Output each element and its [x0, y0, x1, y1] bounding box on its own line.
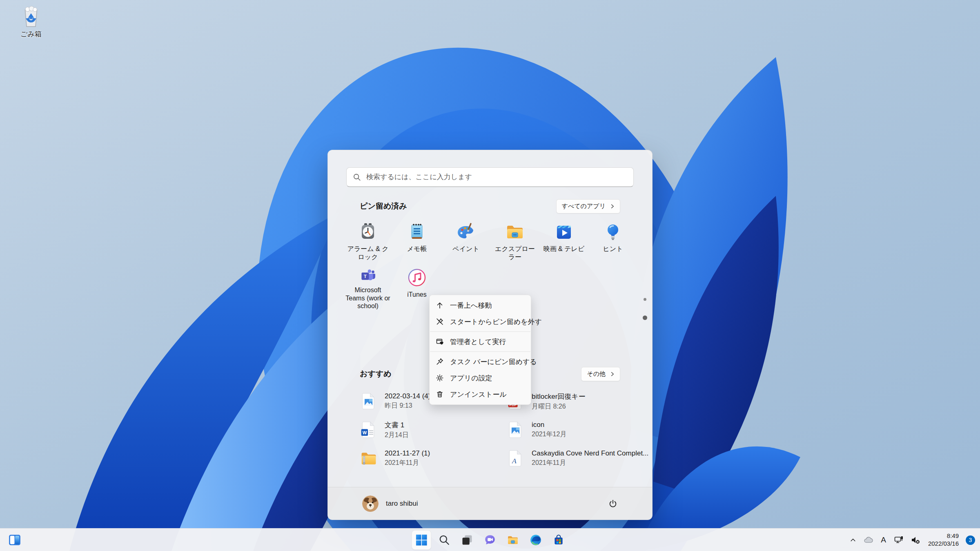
movies-tv-icon	[554, 222, 574, 242]
onedrive-cloud-icon	[863, 536, 873, 544]
all-apps-button[interactable]: すべてのアプリ	[556, 199, 620, 213]
taskbar: A 8:49 2022/03/16 3	[0, 528, 980, 551]
pinned-app-notepad[interactable]: メモ帳	[392, 219, 441, 264]
teams-icon: T	[358, 268, 378, 283]
user-avatar	[362, 495, 379, 512]
image-file-icon	[360, 392, 378, 410]
tips-icon	[603, 222, 623, 242]
task-view-button[interactable]	[457, 530, 477, 550]
start-button[interactable]	[412, 530, 431, 550]
taskbar-search-button[interactable]	[434, 530, 454, 550]
page-dot-active[interactable]	[643, 315, 647, 320]
page-dot[interactable]	[644, 298, 646, 301]
file-explorer-icon	[507, 534, 519, 546]
word-file-icon: W	[360, 421, 378, 439]
svg-text:T: T	[364, 273, 367, 279]
pinned-title: ピン留め済み	[360, 201, 407, 211]
desktop: { "desktop": { "recycle_bin_label": "ごみ箱…	[0, 0, 980, 551]
recycle-bin-label: ごみ箱	[11, 29, 51, 39]
user-name: taro shibui	[386, 500, 418, 508]
network-icon	[894, 535, 904, 544]
network-tray-button[interactable]	[892, 533, 905, 547]
taskbar-explorer-button[interactable]	[503, 530, 523, 550]
context-menu-item-pin-to-taskbar[interactable]: タスク バーにピン留めする	[432, 353, 529, 370]
clock-time: 8:49	[928, 532, 959, 540]
volume-muted-icon	[911, 535, 920, 544]
alarms-clock-icon	[358, 222, 378, 242]
task-view-icon	[461, 534, 473, 546]
run-as-admin-shield-icon	[436, 338, 444, 346]
chevron-right-icon	[610, 372, 615, 376]
pinned-section-header: ピン留め済み すべてのアプリ	[360, 200, 620, 212]
notification-count-badge[interactable]: 3	[966, 535, 975, 545]
power-button[interactable]	[604, 495, 622, 513]
svg-text:A: A	[512, 457, 517, 465]
paint-icon	[456, 222, 476, 242]
context-menu-item-run-as-admin[interactable]: 管理者として実行	[432, 333, 529, 350]
pin-icon	[436, 358, 444, 366]
context-menu-item-app-settings[interactable]: アプリの設定	[432, 370, 529, 386]
tray-overflow-button[interactable]	[848, 534, 858, 546]
power-icon	[608, 499, 617, 508]
chevron-right-icon	[610, 204, 615, 209]
chevron-up-icon	[850, 537, 856, 543]
image-file-icon	[507, 421, 525, 439]
context-menu-item-unpin-from-start[interactable]: スタートからピン留めを外す	[432, 313, 529, 330]
ime-mode-indicator[interactable]: A	[878, 534, 889, 546]
recommended-item[interactable]: 2021-11-27 (1) 2021年11月	[356, 444, 503, 473]
user-account-button[interactable]: taro shibui	[358, 493, 422, 514]
clock-date: 2022/03/16	[928, 540, 959, 548]
trash-icon	[436, 390, 444, 398]
pinned-app-explorer[interactable]: エクスプローラー	[490, 219, 539, 264]
search-icon	[352, 173, 361, 182]
svg-text:W: W	[363, 430, 367, 435]
recycle-bin-desktop-icon[interactable]: ごみ箱	[11, 5, 51, 39]
widgets-icon	[8, 534, 21, 546]
onedrive-tray-button[interactable]	[862, 533, 875, 547]
file-explorer-icon	[505, 222, 525, 242]
more-button[interactable]: その他	[581, 367, 620, 381]
arrow-up-icon	[436, 301, 444, 309]
font-file-icon: A	[507, 449, 525, 467]
zip-folder-icon	[360, 449, 378, 467]
recommended-item[interactable]: A Caskaydia Cove Nerd Font Complet... 20…	[503, 444, 650, 473]
unpin-icon	[436, 318, 444, 326]
recommended-item[interactable]: W 文書 1 2月14日	[356, 415, 503, 444]
pinned-app-alarms-clock[interactable]: アラーム & クロック	[343, 219, 392, 264]
context-menu-separator	[430, 351, 530, 352]
volume-muted-tray-button[interactable]	[909, 533, 922, 547]
recommended-title: おすすめ	[360, 369, 392, 379]
pinned-app-tips[interactable]: ヒント	[588, 219, 637, 264]
system-tray: A 8:49 2022/03/16 3	[848, 529, 975, 551]
taskbar-clock[interactable]: 8:49 2022/03/16	[928, 532, 959, 548]
pinned-app-teams[interactable]: T Microsoft Teams (work or school)	[343, 264, 392, 310]
app-context-menu: 一番上へ移動 スタートからピン留めを外す 管理者として実行 タスク バーにピン留…	[429, 295, 531, 405]
edge-button[interactable]	[526, 530, 546, 550]
context-menu-separator	[430, 331, 530, 332]
chat-icon	[484, 534, 496, 546]
recommended-item[interactable]: icon 2021年12月	[503, 415, 650, 444]
gear-icon	[436, 374, 444, 382]
start-search-box	[346, 167, 634, 187]
edge-icon	[530, 534, 542, 546]
pinned-app-paint[interactable]: ペイント	[441, 219, 490, 264]
microsoft-store-icon	[552, 534, 565, 546]
store-button[interactable]	[549, 530, 568, 550]
taskbar-center	[412, 530, 568, 550]
context-menu-item-uninstall[interactable]: アンインストール	[432, 386, 529, 402]
pinned-page-indicator[interactable]	[643, 298, 647, 320]
notepad-icon	[407, 222, 427, 242]
start-menu-footer: taro shibui	[328, 487, 652, 520]
search-icon	[438, 534, 450, 546]
widgets-button[interactable]	[6, 531, 24, 549]
itunes-icon	[407, 268, 427, 287]
context-menu-item-move-to-top[interactable]: 一番上へ移動	[432, 297, 529, 313]
pinned-app-movies-tv[interactable]: 映画 & テレビ	[539, 219, 588, 264]
windows-start-icon	[415, 534, 428, 546]
chat-button[interactable]	[480, 530, 500, 550]
recycle-bin-icon	[19, 5, 43, 29]
start-search-input[interactable]	[346, 167, 634, 187]
